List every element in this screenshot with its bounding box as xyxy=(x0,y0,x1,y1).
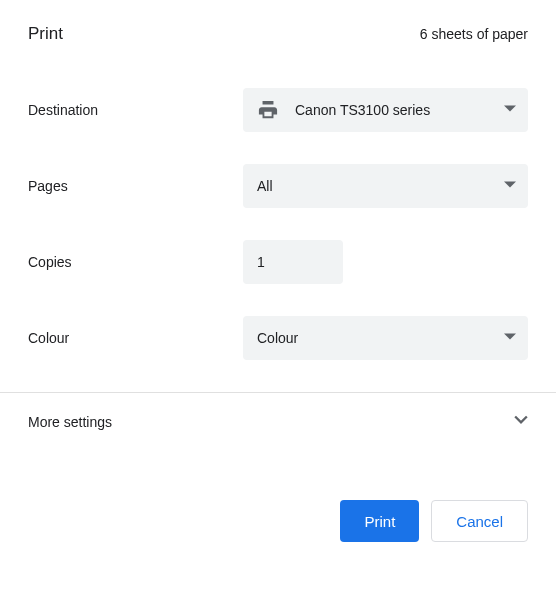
printer-icon xyxy=(257,100,279,120)
pages-row: Pages All xyxy=(28,164,528,208)
colour-label: Colour xyxy=(28,330,243,346)
page-title: Print xyxy=(28,24,63,44)
print-button[interactable]: Print xyxy=(340,500,419,542)
chevron-down-icon xyxy=(504,330,516,346)
pages-select[interactable]: All xyxy=(243,164,528,208)
chevron-down-icon xyxy=(514,413,528,430)
button-row: Print Cancel xyxy=(28,500,528,542)
header-row: Print 6 sheets of paper xyxy=(28,24,528,44)
sheets-count: 6 sheets of paper xyxy=(420,26,528,42)
destination-value: Canon TS3100 series xyxy=(295,102,514,118)
destination-select[interactable]: Canon TS3100 series xyxy=(243,88,528,132)
colour-row: Colour Colour xyxy=(28,316,528,360)
colour-value: Colour xyxy=(257,330,514,346)
colour-select[interactable]: Colour xyxy=(243,316,528,360)
destination-row: Destination Canon TS3100 series xyxy=(28,88,528,132)
destination-label: Destination xyxy=(28,102,243,118)
chevron-down-icon xyxy=(504,178,516,194)
chevron-down-icon xyxy=(504,102,516,118)
cancel-button[interactable]: Cancel xyxy=(431,500,528,542)
copies-label: Copies xyxy=(28,254,243,270)
pages-value: All xyxy=(257,178,514,194)
more-settings-label: More settings xyxy=(28,414,112,430)
copies-row: Copies xyxy=(28,240,528,284)
pages-label: Pages xyxy=(28,178,243,194)
copies-input[interactable] xyxy=(243,240,343,284)
more-settings[interactable]: More settings xyxy=(28,393,528,450)
